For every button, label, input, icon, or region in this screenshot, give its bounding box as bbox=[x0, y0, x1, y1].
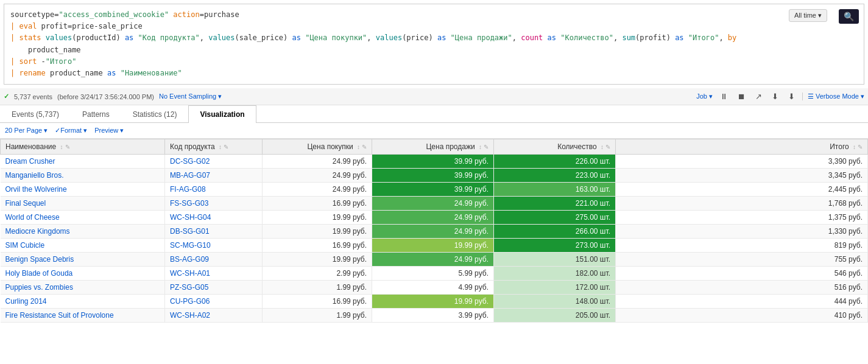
col-header-sell[interactable]: Цена продажи ↕✎ bbox=[372, 139, 494, 155]
pause-button[interactable]: ⏸ bbox=[718, 91, 730, 102]
cell-sell-price: 39.99 руб. bbox=[372, 155, 494, 169]
stop-button[interactable]: ⏹ bbox=[735, 91, 748, 102]
cell-code[interactable]: WC-SH-G04 bbox=[165, 211, 263, 225]
cell-sell-price: 3.99 руб. bbox=[372, 309, 494, 323]
cell-count: 163.00 шт. bbox=[494, 183, 616, 197]
cell-total: 3,345 руб. bbox=[616, 169, 868, 183]
table-toolbar: 20 Per Page ▾ ✓Format ▾ Preview ▾ bbox=[0, 123, 868, 139]
cell-code[interactable]: PZ-SG-G05 bbox=[165, 281, 263, 295]
cell-buy-price: 24.99 руб. bbox=[263, 155, 372, 169]
cell-sell-price: 19.99 руб. bbox=[372, 239, 494, 253]
cell-buy-price: 19.99 руб. bbox=[263, 253, 372, 267]
cell-total: 755 руб. bbox=[616, 253, 868, 267]
cell-name[interactable]: Manganiello Bros. bbox=[1, 169, 165, 183]
cell-count: 151.00 шт. bbox=[494, 253, 616, 267]
cell-total: 516 руб. bbox=[616, 281, 868, 295]
download-button[interactable]: ⬇ bbox=[769, 91, 781, 102]
query-area: sourcetype="access_combined_wcookie" act… bbox=[4, 4, 864, 85]
tab-statistics[interactable]: Statistics (12) bbox=[121, 105, 189, 123]
cell-buy-price: 1.99 руб. bbox=[263, 309, 372, 323]
cell-buy-price: 19.99 руб. bbox=[263, 225, 372, 239]
cell-code[interactable]: CU-PG-G06 bbox=[165, 295, 263, 309]
cell-total: 1,768 руб. bbox=[616, 197, 868, 211]
status-bar: ✓ 5,737 events (before 3/24/17 3:56:24.0… bbox=[0, 88, 868, 105]
cell-total: 1,375 руб. bbox=[616, 211, 868, 225]
col-header-count[interactable]: Количество ↕✎ bbox=[494, 139, 616, 155]
cell-name[interactable]: Final Sequel bbox=[1, 197, 165, 211]
cell-name[interactable]: Puppies vs. Zombies bbox=[1, 281, 165, 295]
cell-code[interactable]: WC-SH-A01 bbox=[165, 267, 263, 281]
cell-code[interactable]: BS-AG-G09 bbox=[165, 253, 263, 267]
cell-name[interactable]: Benign Space Debris bbox=[1, 253, 165, 267]
cell-total: 410 руб. bbox=[616, 309, 868, 323]
preview-button[interactable]: Preview ▾ bbox=[94, 127, 124, 135]
verbose-button[interactable]: ☰ Verbose Mode ▾ bbox=[802, 93, 864, 100]
tabs-bar: Events (5,737) Patterns Statistics (12) … bbox=[0, 105, 868, 123]
cell-buy-price: 16.99 руб. bbox=[263, 239, 372, 253]
cell-count: 223.00 шт. bbox=[494, 169, 616, 183]
tab-events[interactable]: Events (5,737) bbox=[0, 105, 71, 123]
query-line-2: | eval profit=price-sale_price bbox=[10, 21, 858, 32]
cell-buy-price: 19.99 руб. bbox=[263, 211, 372, 225]
results-table: Наименование ↕✎ Код продукта ↕✎ Цена пок… bbox=[0, 139, 868, 323]
cell-code[interactable]: FS-SG-G03 bbox=[165, 197, 263, 211]
cell-sell-price: 39.99 руб. bbox=[372, 183, 494, 197]
cell-sell-price: 4.99 руб. bbox=[372, 281, 494, 295]
cell-buy-price: 16.99 руб. bbox=[263, 197, 372, 211]
cell-code[interactable]: FI-AG-G08 bbox=[165, 183, 263, 197]
search-button[interactable]: 🔍 bbox=[839, 9, 859, 24]
table-row: Curling 2014 CU-PG-G06 16.99 руб. 19.99 … bbox=[1, 295, 868, 309]
sampling-link[interactable]: No Event Sampling ▾ bbox=[159, 93, 222, 100]
table-row: Benign Space Debris BS-AG-G09 19.99 руб.… bbox=[1, 253, 868, 267]
cell-count: 148.00 шт. bbox=[494, 295, 616, 309]
job-button[interactable]: Job ▾ bbox=[696, 93, 713, 100]
query-line-3: | stats values(productId) as "Код продук… bbox=[10, 32, 858, 44]
cell-code[interactable]: SC-MG-G10 bbox=[165, 239, 263, 253]
status-left: ✓ 5,737 events (before 3/24/17 3:56:24.0… bbox=[4, 93, 222, 100]
tab-patterns[interactable]: Patterns bbox=[71, 105, 121, 123]
cell-code[interactable]: WC-SH-A02 bbox=[165, 309, 263, 323]
table-row: Fire Resistance Suit of Provolone WC-SH-… bbox=[1, 309, 868, 323]
cell-sell-price: 24.99 руб. bbox=[372, 197, 494, 211]
col-header-total[interactable]: Итого ↕✎ bbox=[616, 139, 868, 155]
cell-name[interactable]: Mediocre Kingdoms bbox=[1, 225, 165, 239]
format-button[interactable]: ✓Format ▾ bbox=[55, 127, 87, 135]
cell-buy-price: 24.99 руб. bbox=[263, 183, 372, 197]
cell-name[interactable]: Dream Crusher bbox=[1, 155, 165, 169]
col-header-code[interactable]: Код продукта ↕✎ bbox=[165, 139, 263, 155]
table-row: SIM Cubicle SC-MG-G10 16.99 руб. 19.99 р… bbox=[1, 239, 868, 253]
cell-total: 444 руб. bbox=[616, 295, 868, 309]
status-right: Job ▾ ⏸ ⏹ ↗ ⬇ ⬇ ☰ Verbose Mode ▾ bbox=[696, 91, 864, 102]
cell-name[interactable]: Orvil the Wolverine bbox=[1, 183, 165, 197]
cell-buy-price: 1.99 руб. bbox=[263, 281, 372, 295]
cell-name[interactable]: SIM Cubicle bbox=[1, 239, 165, 253]
cell-count: 172.00 шт. bbox=[494, 281, 616, 295]
cell-name[interactable]: Fire Resistance Suit of Provolone bbox=[1, 309, 165, 323]
cell-count: 273.00 шт. bbox=[494, 239, 616, 253]
cell-total: 546 руб. bbox=[616, 267, 868, 281]
cell-sell-price: 19.99 руб. bbox=[372, 295, 494, 309]
cell-code[interactable]: DC-SG-G02 bbox=[165, 155, 263, 169]
cell-name[interactable]: Holy Blade of Gouda bbox=[1, 267, 165, 281]
cell-code[interactable]: DB-SG-G01 bbox=[165, 225, 263, 239]
cell-buy-price: 24.99 руб. bbox=[263, 169, 372, 183]
cell-count: 275.00 шт. bbox=[494, 211, 616, 225]
alltime-button[interactable]: All time ▾ bbox=[789, 9, 827, 22]
cell-name[interactable]: World of Cheese bbox=[1, 211, 165, 225]
results-table-container: Наименование ↕✎ Код продукта ↕✎ Цена пок… bbox=[0, 139, 868, 323]
cell-count: 266.00 шт. bbox=[494, 225, 616, 239]
col-header-name[interactable]: Наименование ↕✎ bbox=[1, 139, 165, 155]
cell-sell-price: 24.99 руб. bbox=[372, 225, 494, 239]
col-header-buy[interactable]: Цена покупки ↕✎ bbox=[263, 139, 372, 155]
per-page-button[interactable]: 20 Per Page ▾ bbox=[5, 127, 48, 135]
cell-name[interactable]: Curling 2014 bbox=[1, 295, 165, 309]
table-row: Manganiello Bros. MB-AG-G07 24.99 руб. 3… bbox=[1, 169, 868, 183]
cell-count: 182.00 шт. bbox=[494, 267, 616, 281]
cell-buy-price: 16.99 руб. bbox=[263, 295, 372, 309]
export-button[interactable]: ⬇ bbox=[786, 91, 797, 102]
cell-buy-price: 2.99 руб. bbox=[263, 267, 372, 281]
tab-visualization[interactable]: Visualization bbox=[188, 105, 256, 123]
cell-code[interactable]: MB-AG-G07 bbox=[165, 169, 263, 183]
share-button[interactable]: ↗ bbox=[753, 91, 764, 102]
cell-count: 205.00 шт. bbox=[494, 309, 616, 323]
